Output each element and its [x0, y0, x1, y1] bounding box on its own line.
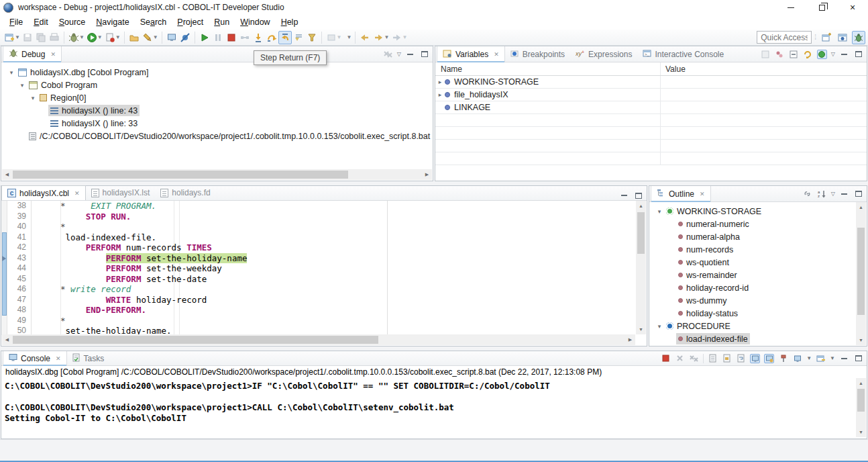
menu-file[interactable]: File — [4, 16, 28, 28]
menu-window[interactable]: Window — [235, 16, 275, 28]
outline-row[interactable]: ws-dummy — [649, 294, 867, 307]
menu-help[interactable]: Help — [276, 16, 304, 28]
code-line-50[interactable]: 50 set-the-holiday-name. — [1, 326, 637, 335]
outline-row[interactable]: numeral-alpha — [649, 230, 867, 243]
terminate-icon[interactable] — [661, 354, 671, 363]
minimize-view-icon[interactable] — [619, 191, 629, 200]
clear-console-icon[interactable] — [708, 354, 718, 363]
profile-button[interactable] — [103, 31, 117, 44]
menu-run[interactable]: Run — [209, 16, 235, 28]
last-edit-location-button[interactable] — [390, 31, 403, 44]
instruction-stepping-dropdown-icon[interactable]: ▼ — [337, 34, 342, 40]
code-line-46[interactable]: 46* write record — [1, 284, 637, 295]
menu-source[interactable]: Source — [54, 16, 91, 28]
tab-variables[interactable]: Variables✕ — [437, 46, 505, 62]
debug-tree-row[interactable]: /C:/COBOL/COBOLIT/DevStudio200/workspace… — [1, 130, 433, 142]
menu-project[interactable]: Project — [172, 16, 209, 28]
code-line-38[interactable]: 38* EXIT PROGRAM. — [1, 201, 637, 212]
column-name[interactable]: Name — [435, 64, 660, 74]
sort-icon[interactable]: az — [817, 189, 827, 199]
minimize-view-icon[interactable] — [405, 50, 415, 59]
outline-row[interactable]: num-records — [649, 243, 867, 256]
watch-expressions-icon[interactable] — [817, 50, 827, 59]
maximize-view-icon[interactable] — [853, 50, 863, 59]
outline-item[interactable]: ws-remainder — [676, 269, 739, 281]
open-element-button[interactable] — [127, 31, 141, 44]
editor-tab-holidaysIX.cbl[interactable]: cholidaysIX.cbl✕ — [1, 185, 86, 200]
minimize-view-icon[interactable] — [839, 354, 849, 363]
view-menu-icon[interactable]: ▽ — [831, 191, 835, 197]
drop-to-frame-button[interactable] — [292, 31, 305, 44]
debug-tree-item[interactable]: /C:/COBOL/COBOLIT/DevStudio200/workspace… — [27, 130, 433, 142]
save-button[interactable] — [21, 31, 34, 44]
outline-row[interactable]: holiday-record-id — [649, 281, 867, 294]
debug-tree-row[interactable]: ▾Region[0] — [1, 91, 433, 104]
code-line-43[interactable]: 43 PERFORM set-the-holiday-name — [1, 253, 637, 264]
maximize-view-icon[interactable] — [419, 50, 429, 59]
tab-outline[interactable]: Outline ✕ — [651, 186, 711, 202]
debug-tree-row[interactable]: ▾holidaysIX.dbg [Cobol Program] — [1, 66, 433, 79]
debug-dropdown-icon[interactable]: ▼ — [79, 34, 85, 40]
outline-row[interactable]: ▾PROCEDURE — [649, 320, 867, 332]
tab-console[interactable]: Console✕ — [3, 351, 67, 366]
editor-hscrollbar[interactable]: ◀ ▶ — [2, 334, 635, 345]
variable-row[interactable]: ▸WORKING-STORAGE — [435, 76, 867, 89]
tab-interactive-console[interactable]: >_Interactive Console — [637, 46, 729, 62]
filters-dropdown-icon[interactable]: ▼ — [347, 34, 352, 40]
open-perspective-button[interactable] — [820, 31, 833, 44]
outline-item[interactable]: holiday-status — [676, 308, 740, 319]
forward-button[interactable] — [372, 31, 385, 44]
remove-launch-icon[interactable] — [675, 354, 685, 363]
forward-dropdown-icon[interactable]: ▼ — [384, 34, 389, 40]
profile-dropdown-icon[interactable]: ▼ — [115, 34, 121, 40]
refresh-icon[interactable] — [803, 50, 813, 59]
code-line-42[interactable]: 42 PERFORM num-records TIMES — [1, 242, 637, 253]
outline-item[interactable]: holiday-record-id — [676, 282, 751, 293]
code-editor[interactable]: 38* EXIT PROGRAM.39 STOP RUN.40*41 load-… — [1, 201, 637, 335]
outline-row[interactable]: numeral-numeric — [649, 218, 867, 230]
run-dropdown-icon[interactable]: ▼ — [97, 34, 103, 40]
expanded-chevron-icon[interactable]: ▾ — [28, 95, 38, 101]
debug-tree-item[interactable]: holidaysIX.dbg [Cobol Program] — [16, 66, 150, 78]
debug-button[interactable] — [67, 31, 80, 44]
history-dropdown-icon[interactable]: ▼ — [402, 34, 407, 40]
outline-row[interactable]: load-indexed-file — [649, 332, 867, 345]
outline-item[interactable]: numeral-alpha — [676, 231, 742, 242]
debug-perspective-button[interactable] — [852, 31, 865, 44]
save-all-button[interactable] — [34, 31, 48, 44]
view-menu-icon[interactable]: ▽ — [397, 51, 401, 57]
outline-row[interactable]: set-the-holiday-name — [649, 345, 867, 346]
outline-item[interactable]: ws-dummy — [676, 295, 728, 306]
remove-all-terminated-icon[interactable] — [383, 50, 393, 59]
code-line-49[interactable]: 49* — [1, 316, 637, 326]
outline-section[interactable]: WORKING-STORAGE — [664, 205, 763, 217]
outline-item[interactable]: num-records — [676, 244, 735, 255]
tab-breakpoints[interactable]: Breakpoints — [505, 46, 570, 62]
editor-tab-holidays.fd[interactable]: holidays.fd — [155, 185, 215, 200]
display-selected-console-icon[interactable] — [792, 354, 802, 363]
remove-all-launches-icon[interactable] — [689, 354, 699, 363]
menu-navigate[interactable]: Navigate — [91, 16, 134, 28]
console-dropdown-icon[interactable]: ▼ — [806, 355, 812, 361]
show-type-names-icon[interactable] — [761, 50, 771, 59]
debug-tree-item[interactable]: holidaysIX () line: 43 — [48, 105, 140, 116]
outline-row[interactable]: ▾WORKING-STORAGE — [649, 205, 867, 218]
show-logical-structure-icon[interactable] — [775, 50, 785, 59]
code-line-48[interactable]: 48 END-PERFORM. — [1, 305, 637, 316]
debug-tree-item[interactable]: Cobol Program — [27, 79, 99, 91]
quick-access-input[interactable] — [757, 31, 812, 44]
outline-row[interactable]: ws-quotient — [649, 256, 867, 269]
debug-hscrollbar[interactable]: ◀ ▶ — [2, 169, 432, 180]
console-vscrollbar[interactable]: ▲ ▼ — [856, 378, 866, 437]
debug-tree-row[interactable]: holidaysIX () line: 33 — [1, 117, 433, 130]
variable-row[interactable]: LINKAGE — [435, 101, 867, 114]
tab-debug[interactable]: Debug ✕ — [3, 46, 62, 62]
step-return-button[interactable] — [278, 31, 292, 44]
tab-tasks[interactable]: Tasks — [67, 351, 110, 366]
suspend-button[interactable] — [211, 31, 225, 44]
pin-icon[interactable] — [778, 354, 788, 363]
cobol-perspective-button[interactable] — [836, 31, 849, 44]
outline-vscrollbar[interactable]: ▲ ▼ — [856, 202, 866, 345]
print-button[interactable] — [48, 31, 61, 44]
close-tab-icon[interactable]: ✕ — [56, 355, 61, 362]
